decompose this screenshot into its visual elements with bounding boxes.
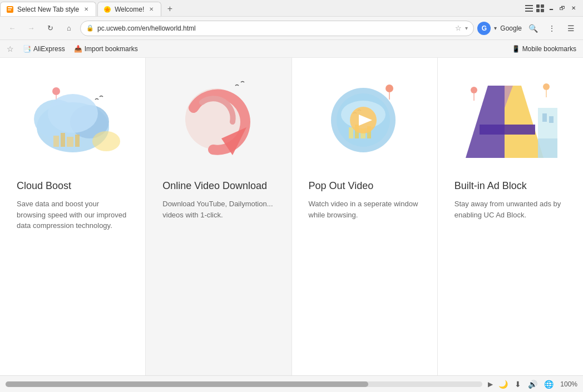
svg-rect-5 bbox=[525, 5, 533, 6]
svg-rect-46 bbox=[538, 138, 557, 158]
cloud-boost-illustration bbox=[17, 69, 129, 169]
status-right-area: 🌙 ⬇ 🔊 🌐 100% bbox=[498, 380, 577, 389]
extensions-btn[interactable] bbox=[535, 3, 545, 13]
tab1-favicon bbox=[6, 6, 14, 13]
minimize-btn[interactable]: 🗕 bbox=[546, 3, 556, 13]
svg-rect-10 bbox=[536, 9, 540, 12]
svg-point-17 bbox=[48, 94, 98, 133]
svg-rect-20 bbox=[67, 137, 73, 147]
svg-rect-19 bbox=[61, 133, 65, 147]
url-text: pc.ucweb.com/en/helloworld.html bbox=[97, 24, 452, 32]
video-download-title: Online Video Download bbox=[162, 180, 267, 192]
close-btn[interactable]: ✕ bbox=[569, 3, 579, 13]
pop-out-video-title: Pop Out Video bbox=[309, 180, 374, 192]
bookmarks-star-icon: ☆ bbox=[7, 44, 14, 53]
globe-icon[interactable]: 🌐 bbox=[544, 380, 554, 389]
ad-block-illustration bbox=[454, 69, 566, 169]
tabs-area: Select New Tab style ✕ Welcome! ✕ + bbox=[0, 0, 520, 16]
bookmarks-bar: ☆ 📑 AliExpress 📥 Import bookmarks 📱 Mobi… bbox=[0, 40, 583, 58]
nav-bar: ← → ↻ ⌂ 🔒 pc.ucweb.com/en/helloworld.htm… bbox=[0, 17, 583, 40]
tab2-favicon bbox=[103, 6, 111, 13]
svg-rect-44 bbox=[542, 113, 547, 122]
zoom-level-label: 100% bbox=[560, 380, 577, 388]
tab1-label: Select New Tab style bbox=[17, 6, 79, 13]
mobile-bookmarks-label[interactable]: Mobile bookmarks bbox=[522, 45, 576, 53]
feature-card-video-download: Online Video Download Download YouTube, … bbox=[146, 58, 292, 375]
aliexpress-label: AliExpress bbox=[33, 45, 65, 53]
svg-rect-7 bbox=[525, 11, 533, 12]
more-menu-button[interactable]: ⋮ bbox=[544, 21, 560, 36]
feature-card-cloud-boost: Cloud Boost Save data and boost your bro… bbox=[0, 58, 146, 375]
scrollbar-thumb bbox=[6, 381, 368, 387]
tab2-label: Welcome! bbox=[115, 6, 144, 13]
svg-rect-45 bbox=[549, 116, 554, 123]
status-bar: ▶ 🌙 ⬇ 🔊 🌐 100% bbox=[0, 375, 583, 392]
profile-dropdown-icon[interactable]: ▾ bbox=[494, 25, 497, 31]
svg-rect-2 bbox=[8, 9, 11, 11]
scrollbar-right-arrow[interactable]: ▶ bbox=[488, 380, 493, 388]
profile-avatar[interactable]: G bbox=[477, 22, 491, 35]
ad-block-desc: Stay away from unwanted ads by enabling … bbox=[454, 199, 566, 220]
forward-button[interactable]: → bbox=[23, 21, 39, 36]
svg-rect-6 bbox=[525, 8, 533, 9]
svg-point-36 bbox=[471, 87, 477, 93]
aliexpress-icon: 📑 bbox=[23, 45, 31, 53]
bookmarks-right-area: 📱 Mobile bookmarks bbox=[512, 45, 576, 53]
tab1-close-btn[interactable]: ✕ bbox=[82, 6, 90, 13]
bookmark-aliexpress[interactable]: 📑 AliExpress bbox=[23, 45, 65, 53]
restore-btn[interactable]: 🗗 bbox=[557, 3, 567, 13]
moon-icon[interactable]: 🌙 bbox=[498, 380, 508, 389]
svg-point-38 bbox=[543, 83, 550, 90]
svg-rect-11 bbox=[541, 9, 544, 12]
horizontal-scrollbar[interactable] bbox=[6, 381, 482, 387]
svg-point-22 bbox=[92, 131, 120, 151]
home-button[interactable]: ⌂ bbox=[61, 21, 77, 36]
tab-welcome[interactable]: Welcome! ✕ bbox=[97, 2, 161, 16]
sidebar-toggle-btn[interactable] bbox=[524, 3, 534, 13]
svg-rect-8 bbox=[536, 4, 540, 8]
feature-card-ad-block: Built-in Ad Block Stay away from unwante… bbox=[438, 58, 583, 375]
new-tab-button[interactable]: + bbox=[162, 2, 177, 16]
pop-out-video-illustration bbox=[309, 69, 421, 169]
svg-rect-21 bbox=[75, 135, 80, 147]
address-bar[interactable]: 🔒 pc.ucweb.com/en/helloworld.html ☆ ▾ bbox=[80, 21, 474, 36]
bookmark-import[interactable]: 📥 Import bookmarks bbox=[74, 45, 138, 53]
dropdown-arrow-icon[interactable]: ▾ bbox=[465, 25, 468, 31]
ad-block-title: Built-in Ad Block bbox=[454, 180, 527, 192]
svg-rect-9 bbox=[541, 4, 544, 8]
search-button[interactable]: 🔍 bbox=[525, 21, 541, 36]
tab-select-new-tab[interactable]: Select New Tab style ✕ bbox=[0, 2, 96, 16]
sound-icon[interactable]: 🔊 bbox=[528, 380, 537, 389]
svg-point-12 bbox=[52, 87, 60, 95]
import-icon: 📥 bbox=[74, 45, 82, 53]
svg-rect-18 bbox=[53, 136, 59, 147]
download-icon[interactable]: ⬇ bbox=[515, 380, 521, 389]
import-label: Import bookmarks bbox=[85, 45, 138, 53]
bookmark-star-icon[interactable]: ☆ bbox=[455, 24, 462, 32]
cloud-boost-desc: Save data and boost your browsing speed … bbox=[17, 199, 129, 231]
video-download-desc: Download YouTube, Dailymotion... videos … bbox=[162, 199, 274, 220]
tab2-close-btn[interactable]: ✕ bbox=[147, 6, 155, 13]
title-bar: Select New Tab style ✕ Welcome! ✕ + 🗕 🗗 … bbox=[0, 0, 583, 17]
svg-rect-30 bbox=[349, 127, 353, 138]
svg-point-25 bbox=[386, 85, 393, 92]
svg-rect-1 bbox=[8, 7, 12, 8]
feature-card-pop-out-video: Pop Out Video Watch video in a seperate … bbox=[292, 58, 438, 375]
back-button[interactable]: ← bbox=[4, 21, 20, 36]
svg-marker-41 bbox=[505, 86, 544, 158]
mobile-bookmarks-icon: 📱 bbox=[512, 45, 520, 53]
search-engine-label: Google bbox=[500, 24, 522, 32]
refresh-button[interactable]: ↻ bbox=[42, 21, 58, 36]
lock-icon: 🔒 bbox=[86, 24, 94, 32]
svg-marker-40 bbox=[466, 86, 505, 158]
svg-rect-42 bbox=[480, 125, 535, 135]
window-controls: 🗕 🗗 ✕ bbox=[520, 3, 583, 13]
sidebar-menu-button[interactable]: ☰ bbox=[563, 21, 579, 36]
cloud-boost-title: Cloud Boost bbox=[17, 180, 71, 192]
video-download-illustration bbox=[162, 69, 274, 169]
pop-out-video-desc: Watch video in a seperate window while b… bbox=[309, 199, 421, 220]
main-content: Cloud Boost Save data and boost your bro… bbox=[0, 58, 583, 375]
